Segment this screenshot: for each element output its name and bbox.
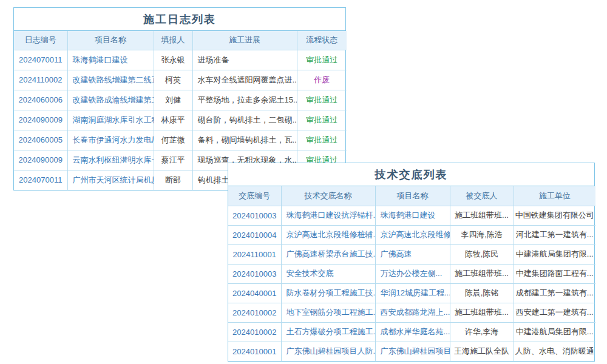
disclosure-id-cell[interactable]: 2024010003 (228, 264, 281, 283)
log-project-cell[interactable]: 改建铁路成渝线增建第二... (67, 90, 154, 110)
disclosure-id-cell[interactable]: 2024010001 (228, 342, 281, 361)
disclosure-header-row: 交底编号 技术交底名称 项目名称 被交底人 施工单位 (228, 186, 595, 206)
column-header-disclosure-name: 技术交底名称 (281, 186, 375, 206)
column-header-log-project: 项目名称 (67, 31, 154, 50)
disclosure-name-cell[interactable]: 广佛高速桥梁承台施工技... (281, 244, 375, 264)
disclosure-project-cell[interactable]: 华润12城房建工程... (375, 283, 450, 303)
log-progress-cell: 平整场地，拉走多余泥土15... (192, 90, 297, 110)
disclosure-name-cell[interactable]: 土石方爆破分项工程施工... (281, 322, 375, 342)
disclosure-audience-cell: 王海施工队全队 (450, 342, 514, 361)
disclosure-audience-cell: 陈牧,陈民 (450, 244, 514, 264)
log-project-cell[interactable]: 云南水利枢纽潜明水库一... (67, 150, 154, 170)
log-table-row: 2024110002 改建铁路线增建第二线直... 柯英 水车对全线遮阳网覆盖点… (14, 70, 347, 90)
disclosure-audience-cell: 许华,李海 (450, 322, 514, 342)
log-id-cell[interactable]: 2024090009 (14, 110, 67, 130)
disclosure-table-row: 2024040001 防水卷材分项工程施工技... 华润12城房建工程... 陈… (228, 283, 595, 303)
log-status-cell: 作废 (297, 70, 347, 90)
disclosure-audience-cell: 陈晨,陈铭 (450, 283, 514, 303)
log-progress-cell: 进场准备 (192, 50, 297, 70)
column-header-disclosure-project: 项目名称 (375, 186, 450, 206)
log-table-row: 2024060005 长春市伊通河水力发电厂... 何芷微 备料，砌间墙钩机排土… (14, 130, 347, 150)
log-status-cell: 审批通过 (297, 110, 347, 130)
disclosure-name-cell[interactable]: 广东佛山碧桂园项目人防... (281, 342, 375, 361)
disclosure-unit-cell: 中建港航局集团有限... (514, 244, 595, 264)
log-table-row: 2024060006 改建铁路成渝线增建第二... 刘健 平整场地，拉走多余泥土… (14, 90, 347, 110)
disclosure-table-row: 2024010001 广东佛山碧桂园项目人防... 广东佛山碧桂园项目 王海施工… (228, 342, 595, 361)
disclosure-project-cell[interactable]: 西安成都路龙湖上... (375, 303, 450, 322)
disclosure-id-cell[interactable]: 2024040001 (228, 283, 281, 303)
log-status-cell: 审批通过 (297, 50, 347, 70)
log-id-cell[interactable]: 2024070011 (14, 170, 67, 190)
technical-disclosure-table-card: 技术交底列表 交底编号 技术交底名称 项目名称 被交底人 施工单位 202401… (228, 163, 595, 362)
disclosure-id-cell[interactable]: 2024010002 (228, 322, 281, 342)
disclosure-project-cell[interactable]: 成都水岸华庭名苑... (375, 322, 450, 342)
log-id-cell[interactable]: 2024110002 (14, 70, 67, 90)
disclosure-id-cell[interactable]: 2024110001 (228, 244, 281, 264)
disclosure-audience-cell: 施工班组带班... (450, 264, 514, 283)
disclosure-project-cell[interactable]: 广佛高速 (375, 244, 450, 264)
column-header-log-id: 日志编号 (14, 31, 67, 50)
disclosure-table-row: 2024010004 京沪高速北京段维修桩辅... 京沪高速北京段维修 李四海,… (228, 225, 595, 244)
disclosure-name-cell[interactable]: 防水卷材分项工程施工技... (281, 283, 375, 303)
log-project-cell[interactable]: 珠海鹤港口建设 (67, 50, 154, 70)
disclosure-project-cell[interactable]: 万达办公楼左侧... (375, 264, 450, 283)
log-reporter-cell: 刘健 (154, 90, 192, 110)
log-reporter-cell: 蔡江平 (154, 150, 192, 170)
disclosure-name-cell[interactable]: 珠海鹤港口建设抗浮锚杆... (281, 206, 375, 225)
disclosure-unit-cell: 成都建工第一建筑有... (514, 283, 595, 303)
log-id-cell[interactable]: 2024060006 (14, 90, 67, 110)
log-reporter-cell: 何芷微 (154, 130, 192, 150)
log-id-cell[interactable]: 2024070011 (14, 50, 67, 70)
disclosure-table-row: 2024010002 土石方爆破分项工程施工... 成都水岸华庭名苑... 许华… (228, 322, 595, 342)
disclosure-project-cell[interactable]: 珠海鹤港口建设 (375, 206, 450, 225)
log-id-cell[interactable]: 2024090009 (14, 150, 67, 170)
column-header-log-status: 流程状态 (297, 31, 347, 50)
log-status-cell: 审批通过 (297, 90, 347, 110)
disclosure-table-row: 2024010002 地下室钢筋分项工程施工... 西安成都路龙湖上... 施工… (228, 303, 595, 322)
log-progress-cell: 砌台阶，钩机排土，二包砌... (192, 110, 297, 130)
disclosure-project-cell[interactable]: 广东佛山碧桂园项目 (375, 342, 450, 361)
disclosure-name-cell[interactable]: 地下室钢筋分项工程施工... (281, 303, 375, 322)
log-reporter-cell: 林康平 (154, 110, 192, 130)
disclosure-unit-cell: 中建港航局集团有限... (514, 322, 595, 342)
column-header-log-progress: 施工进展 (192, 31, 297, 50)
log-reporter-cell: 张永银 (154, 50, 192, 70)
technical-disclosure-table: 交底编号 技术交底名称 项目名称 被交底人 施工单位 2024010003 珠海… (228, 186, 595, 361)
disclosure-project-cell[interactable]: 京沪高速北京段维修 (375, 225, 450, 244)
column-header-disclosure-audience: 被交底人 (450, 186, 514, 206)
log-header-row: 日志编号 项目名称 填报人 施工进展 流程状态 (14, 31, 347, 50)
log-progress-cell: 备料，砌间墙钩机排土，瓦... (192, 130, 297, 150)
disclosure-id-cell[interactable]: 2024010002 (228, 303, 281, 322)
disclosure-name-cell[interactable]: 安全技术交底 (281, 264, 375, 283)
log-progress-cell: 水车对全线遮阳网覆盖点进... (192, 70, 297, 90)
column-header-disclosure-id: 交底编号 (228, 186, 281, 206)
log-table-title: 施工日志列表 (14, 8, 345, 31)
disclosure-unit-cell: 中国铁建集团有限公司 (514, 206, 595, 225)
disclosure-audience-cell: 施工班组带班... (450, 303, 514, 322)
log-project-cell[interactable]: 改建铁路线增建第二线直... (67, 70, 154, 90)
log-status-cell: 审批通过 (297, 130, 347, 150)
log-table-row: 2024090009 湖南洞庭湖水库引水工程... 林康平 砌台阶，钩机排土，二… (14, 110, 347, 130)
disclosure-name-cell[interactable]: 京沪高速北京段维修桩辅... (281, 225, 375, 244)
log-reporter-cell: 柯英 (154, 70, 192, 90)
disclosure-id-cell[interactable]: 2024010004 (228, 225, 281, 244)
disclosure-unit-cell: 中建集团路面工程有... (514, 264, 595, 283)
column-header-log-reporter: 填报人 (154, 31, 192, 50)
log-project-cell[interactable]: 广州市天河区统计局机房... (67, 170, 154, 190)
disclosure-unit-cell: 西安建工第一建筑有... (514, 303, 595, 322)
disclosure-table-row: 2024010003 安全技术交底 万达办公楼左侧... 施工班组带班... 中… (228, 264, 595, 283)
disclosure-table-title: 技术交底列表 (228, 163, 594, 186)
disclosure-unit-cell: 人防、水电、消防暖通 (514, 342, 595, 361)
disclosure-table-row: 2024110001 广佛高速桥梁承台施工技... 广佛高速 陈牧,陈民 中建港… (228, 244, 595, 264)
disclosure-unit-cell: 河北建工第一建筑有... (514, 225, 595, 244)
log-table-row: 2024070011 珠海鹤港口建设 张永银 进场准备 审批通过 (14, 50, 347, 70)
disclosure-audience-cell: 施工班组带班... (450, 206, 514, 225)
log-reporter-cell: 断部 (154, 170, 192, 190)
log-id-cell[interactable]: 2024060005 (14, 130, 67, 150)
log-project-cell[interactable]: 湖南洞庭湖水库引水工程... (67, 110, 154, 130)
disclosure-audience-cell: 李四海,陈浩 (450, 225, 514, 244)
log-project-cell[interactable]: 长春市伊通河水力发电厂... (67, 130, 154, 150)
disclosure-id-cell[interactable]: 2024010003 (228, 206, 281, 225)
column-header-disclosure-unit: 施工单位 (514, 186, 595, 206)
disclosure-table-row: 2024010003 珠海鹤港口建设抗浮锚杆... 珠海鹤港口建设 施工班组带班… (228, 206, 595, 225)
